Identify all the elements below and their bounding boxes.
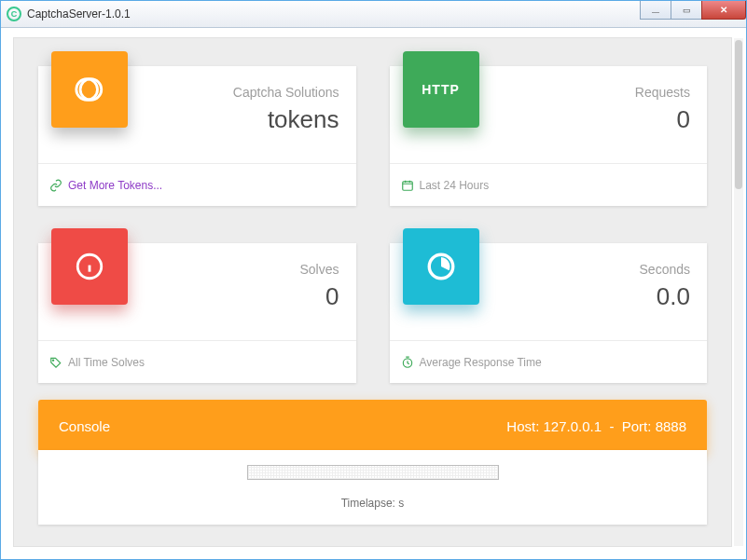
card-tokens: Captcha Solutions tokens Get More Tokens…	[38, 66, 356, 206]
card-footer: Last 24 Hours	[390, 163, 708, 206]
card-value: 0	[325, 282, 339, 311]
http-label: HTTP	[422, 82, 460, 97]
window-title: CaptchaServer-1.0.1	[27, 7, 131, 20]
svg-rect-2	[402, 181, 412, 189]
footer-text: Last 24 Hours	[420, 179, 490, 192]
clock-icon	[403, 228, 479, 305]
app-window: CaptchaServer-1.0.1 Captcha S	[0, 0, 747, 560]
footer-text: All Time Solves	[68, 356, 145, 369]
card-label: Seconds	[640, 262, 690, 277]
scrollbar-thumb[interactable]	[735, 40, 742, 189]
tag-icon	[49, 356, 62, 369]
console-body: Timelapse: s	[38, 450, 707, 525]
card-value: 0.0	[657, 282, 690, 311]
info-icon	[51, 228, 128, 305]
timer-icon	[401, 356, 414, 369]
app-icon	[7, 7, 21, 21]
close-button[interactable]	[701, 1, 746, 20]
card-footer: Get More Tokens...	[38, 163, 356, 206]
coins-icon	[51, 51, 128, 128]
card-value: 0	[677, 105, 690, 134]
dashboard: Captcha Solutions tokens Get More Tokens…	[13, 37, 732, 547]
card-seconds: Seconds 0.0 Average Response Time	[390, 243, 708, 383]
card-requests: HTTP Requests 0 Last 24 Hours	[390, 66, 708, 206]
card-solves: Solves 0 All Time Solves	[38, 243, 356, 383]
client-area: Captcha Solutions tokens Get More Tokens…	[2, 28, 745, 558]
titlebar: CaptchaServer-1.0.1	[1, 0, 746, 28]
card-footer: All Time Solves	[38, 340, 356, 383]
card-label: Solves	[299, 262, 339, 277]
console-title: Console	[59, 418, 110, 434]
progress-bar	[247, 465, 499, 480]
card-label: Requests	[635, 85, 690, 100]
minimize-button[interactable]	[640, 1, 671, 20]
window-controls	[641, 1, 746, 20]
scrollbar[interactable]	[734, 38, 743, 546]
card-footer: Average Response Time	[390, 340, 708, 383]
card-value: tokens	[268, 105, 339, 134]
get-more-tokens-link[interactable]: Get More Tokens...	[68, 179, 162, 192]
calendar-icon	[401, 179, 414, 192]
console-header: Console Host: 127.0.0.1 - Port: 8888	[38, 400, 707, 452]
link-icon	[49, 179, 62, 192]
maximize-button[interactable]	[671, 1, 702, 20]
footer-text: Average Response Time	[420, 356, 542, 369]
svg-point-6	[53, 360, 54, 361]
card-grid: Captcha Solutions tokens Get More Tokens…	[14, 38, 731, 400]
http-icon: HTTP	[403, 51, 479, 128]
timelapse-text: Timelapse: s	[341, 497, 405, 510]
console-panel: Console Host: 127.0.0.1 - Port: 8888 Tim…	[38, 400, 707, 525]
card-label: Captcha Solutions	[233, 85, 339, 100]
console-hostport: Host: 127.0.0.1 - Port: 8888	[506, 418, 686, 434]
